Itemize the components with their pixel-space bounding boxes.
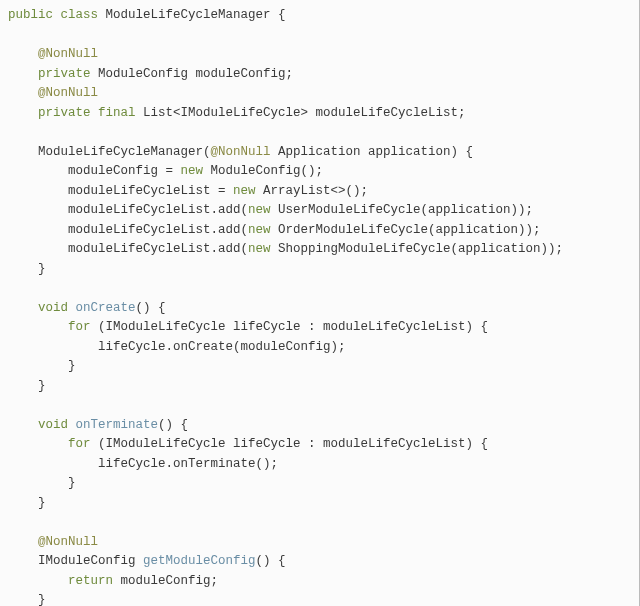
token-id: () { <box>158 418 188 432</box>
token-plain <box>8 574 68 588</box>
token-plain <box>8 418 38 432</box>
token-id: OrderModuleLifeCycle(application)); <box>278 223 541 237</box>
token-plain: } <box>8 262 46 276</box>
token-plain: } <box>8 359 76 373</box>
token-plain <box>8 437 68 451</box>
token-plain <box>8 554 38 568</box>
token-id: (IModuleLifeCycle lifeCycle : moduleLife… <box>98 320 488 334</box>
token-kw: void <box>38 418 76 432</box>
token-plain <box>8 320 68 334</box>
token-plain <box>8 106 38 120</box>
token-plain: moduleLifeCycleList = <box>8 184 233 198</box>
token-kw: new <box>233 184 263 198</box>
token-kw: private final <box>38 106 143 120</box>
token-id: List<IModuleLifeCycle> moduleLifeCycleLi… <box>143 106 466 120</box>
token-id: ShoppingModuleLifeCycle(application)); <box>278 242 563 256</box>
token-ann: @NonNull <box>38 47 98 61</box>
token-kw: return <box>68 574 121 588</box>
token-kw: new <box>181 164 211 178</box>
token-kw: class <box>61 8 106 22</box>
token-plain: } <box>8 496 46 510</box>
token-method: getModuleConfig <box>143 554 256 568</box>
token-plain: } <box>8 379 46 393</box>
token-plain: moduleLifeCycleList.add( <box>8 223 248 237</box>
token-id: ModuleConfig moduleConfig; <box>98 67 293 81</box>
token-id: Application application) { <box>271 145 474 159</box>
token-plain: lifeCycle.onTerminate(); <box>8 457 278 471</box>
token-id: ModuleLifeCycleManager { <box>106 8 286 22</box>
token-kw: public <box>8 8 61 22</box>
token-kw: new <box>248 242 278 256</box>
token-ann: @NonNull <box>38 86 98 100</box>
token-plain: } <box>8 476 76 490</box>
token-id: () { <box>136 301 166 315</box>
token-plain <box>8 47 38 61</box>
token-id: IModuleConfig <box>38 554 143 568</box>
token-plain <box>8 86 38 100</box>
token-plain: lifeCycle.onCreate(moduleConfig); <box>8 340 346 354</box>
token-kw: new <box>248 203 278 217</box>
token-id: (IModuleLifeCycle lifeCycle : moduleLife… <box>98 437 488 451</box>
token-method: onCreate <box>76 301 136 315</box>
code-block: public class ModuleLifeCycleManager { @N… <box>8 6 639 606</box>
token-ann: @NonNull <box>211 145 271 159</box>
token-plain: } <box>8 593 46 606</box>
token-id: ModuleConfig(); <box>211 164 324 178</box>
token-plain <box>8 301 38 315</box>
token-id: UserModuleLifeCycle(application)); <box>278 203 533 217</box>
token-plain: moduleConfig = <box>8 164 181 178</box>
token-id: moduleConfig; <box>121 574 219 588</box>
token-id: () { <box>256 554 286 568</box>
token-plain <box>8 535 38 549</box>
token-plain <box>8 145 38 159</box>
token-kw: void <box>38 301 76 315</box>
token-method: onTerminate <box>76 418 159 432</box>
token-id: ArrayList<>(); <box>263 184 368 198</box>
token-kw: for <box>68 320 98 334</box>
token-plain: moduleLifeCycleList.add( <box>8 242 248 256</box>
token-kw: private <box>38 67 98 81</box>
token-plain <box>8 67 38 81</box>
token-kw: new <box>248 223 278 237</box>
token-plain: moduleLifeCycleList.add( <box>8 203 248 217</box>
token-ann: @NonNull <box>38 535 98 549</box>
token-kw: for <box>68 437 98 451</box>
token-id: ModuleLifeCycleManager( <box>38 145 211 159</box>
